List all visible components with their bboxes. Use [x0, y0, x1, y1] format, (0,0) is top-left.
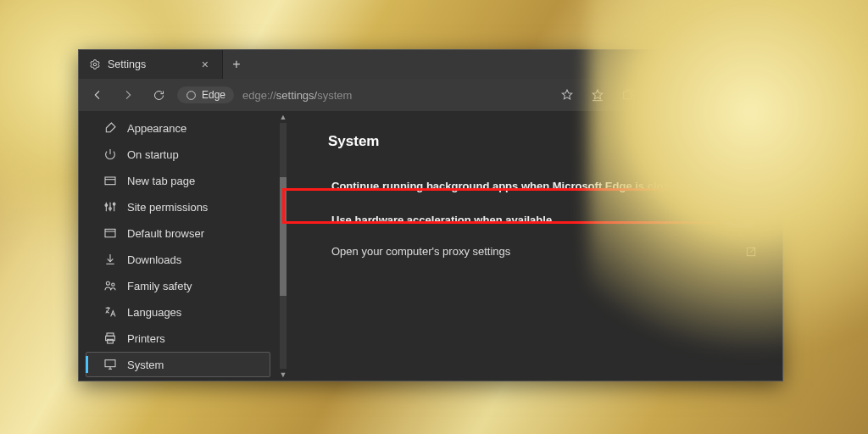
toggle-hardware-accel[interactable] [723, 211, 757, 228]
sync-label: Not syncing [658, 89, 711, 101]
row-background-apps: Continue running background apps when Mi… [328, 169, 760, 203]
svg-line-4 [760, 61, 767, 69]
address-field[interactable]: Edge edge://settings/system [175, 83, 552, 107]
sidebar-item-downloads[interactable]: Downloads [86, 247, 270, 272]
close-tab-button[interactable]: × [198, 56, 212, 73]
svg-rect-2 [721, 61, 727, 68]
profile-sync-pill[interactable]: Not syncing [647, 85, 741, 105]
family-icon [103, 279, 117, 292]
sidebar-scrollbar[interactable]: ▲ ▼ [277, 111, 289, 381]
back-button[interactable] [84, 81, 111, 108]
svg-rect-7 [624, 92, 632, 99]
title-bar: Settings × + [79, 50, 782, 79]
url-text: edge://settings/system [242, 89, 352, 102]
sidebar-item-default-browser[interactable]: Default browser [86, 220, 270, 246]
edge-identity-pill: Edge [177, 86, 234, 103]
sidebar-item-reset-settings[interactable]: Reset settings [86, 378, 270, 381]
sidebar-item-system[interactable]: System [86, 352, 270, 377]
sidebar-item-printers[interactable]: Printers [86, 326, 270, 351]
svg-rect-31 [747, 248, 754, 255]
favorite-star-icon[interactable] [555, 83, 579, 107]
row-label: Use hardware acceleration when available [331, 214, 552, 226]
svg-point-0 [93, 63, 97, 66]
svg-rect-8 [105, 177, 115, 185]
svg-point-20 [112, 283, 114, 286]
tab-settings[interactable]: Settings × [79, 50, 223, 79]
sidebar-item-languages[interactable]: Languages [86, 299, 270, 325]
svg-line-3 [760, 61, 767, 69]
scroll-up-arrow[interactable]: ▲ [277, 111, 289, 123]
sidebar-item-appearance[interactable]: Appearance [86, 115, 270, 141]
settings-main: System Continue running background apps … [289, 111, 782, 381]
printer-icon [103, 331, 117, 345]
svg-point-5 [187, 91, 196, 99]
sidebar-item-family-safety[interactable]: Family safety [86, 273, 270, 298]
open-external-icon [745, 246, 757, 258]
paintbrush-icon [103, 121, 117, 135]
close-window-button[interactable] [743, 50, 782, 79]
sidebar-item-site-permissions[interactable]: Site permissions [86, 194, 270, 220]
svg-point-19 [106, 281, 109, 285]
address-bar: Edge edge://settings/system Not syncing … [79, 79, 782, 111]
download-icon [103, 253, 117, 266]
refresh-button[interactable] [145, 81, 172, 108]
more-menu-button[interactable]: ··· [748, 87, 774, 103]
svg-rect-25 [105, 360, 115, 367]
tab-icon [103, 174, 117, 187]
page-heading: System [328, 133, 760, 150]
tab-title: Settings [108, 58, 146, 70]
scroll-down-arrow[interactable]: ▼ [277, 369, 289, 381]
svg-rect-16 [105, 229, 115, 236]
row-hardware-accel: Use hardware acceleration when available [328, 203, 760, 236]
settings-sidebar: Appearance On startup New tab page Site … [79, 111, 277, 381]
toggle-background-apps[interactable] [723, 177, 757, 194]
collections-icon[interactable] [616, 83, 640, 107]
sliders-icon [103, 200, 117, 214]
profile-avatar-icon [718, 88, 732, 102]
scroll-thumb[interactable] [280, 177, 287, 296]
svg-rect-24 [108, 339, 114, 343]
monitor-icon [103, 358, 117, 371]
row-proxy-settings[interactable]: Open your computer's proxy settings [328, 236, 760, 266]
settings-content: Appearance On startup New tab page Site … [79, 111, 782, 381]
browser-window: Settings × + Edge edge://settings/system [78, 49, 783, 381]
new-tab-button[interactable]: + [223, 50, 250, 79]
power-icon [103, 147, 117, 161]
maximize-button[interactable] [704, 50, 743, 79]
gear-icon [89, 58, 101, 70]
minimize-button[interactable] [665, 50, 704, 79]
sidebar-item-on-startup[interactable]: On startup [86, 142, 270, 167]
window-icon [103, 226, 117, 240]
languages-icon [103, 305, 117, 319]
sidebar-item-new-tab[interactable]: New tab page [86, 168, 270, 193]
edge-logo-icon [186, 90, 197, 101]
row-label: Continue running background apps when Mi… [331, 180, 682, 192]
forward-button[interactable] [114, 81, 142, 108]
row-label: Open your computer's proxy settings [331, 245, 510, 258]
favorites-bar-icon[interactable] [586, 83, 609, 107]
edge-name: Edge [202, 89, 225, 101]
